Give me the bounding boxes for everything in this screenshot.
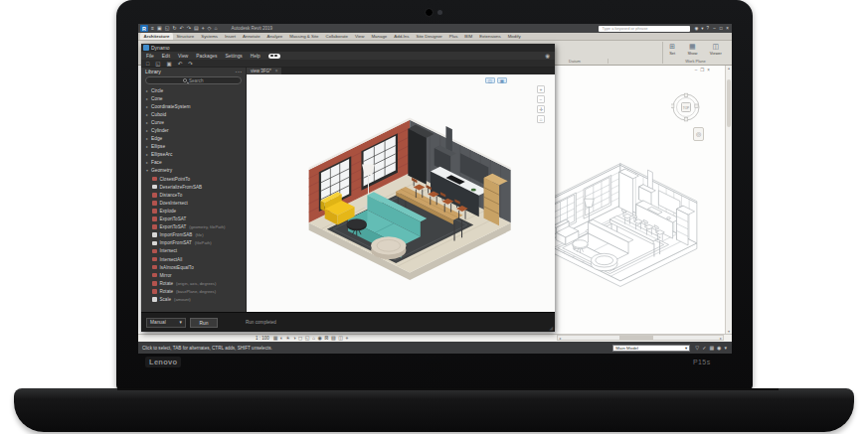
- close-button[interactable]: ×: [726, 26, 729, 31]
- tab-architecture[interactable]: Architecture: [140, 33, 173, 40]
- design-option-dropdown[interactable]: Main Model▾: [612, 345, 690, 352]
- tab-close-icon[interactable]: ×: [275, 69, 278, 73]
- work-plane-show-button[interactable]: ▦Show: [687, 43, 697, 56]
- view-control-icon-5[interactable]: ◱: [305, 335, 310, 342]
- redo-icon[interactable]: ↷: [187, 25, 191, 32]
- tab-systems[interactable]: Systems: [198, 33, 222, 40]
- open-icon[interactable]: ◱: [155, 61, 160, 67]
- status-icon-1[interactable]: ✓: [702, 345, 706, 351]
- view-control-icon-6[interactable]: ⌂: [312, 335, 315, 342]
- library-member-exporttosat[interactable]: ExportToSAT: [141, 216, 246, 223]
- undo-icon[interactable]: ↶: [180, 25, 184, 32]
- library-member-exporttosat[interactable]: ExportToSAT(geometry, filePath): [141, 223, 246, 231]
- tab-plus[interactable]: Plus: [445, 33, 461, 40]
- menu-edit[interactable]: Edit: [162, 54, 170, 59]
- sync-icon[interactable]: ↻: [172, 25, 176, 32]
- work-plane-viewer-button[interactable]: ◫Viewer: [710, 43, 722, 56]
- library-category-cone[interactable]: ▸Cone: [141, 94, 246, 102]
- tab-add-ins[interactable]: Add-Ins: [391, 33, 413, 40]
- redo-icon[interactable]: ↷: [188, 61, 193, 67]
- drawing-horizontal-scrollbar[interactable]: ◂▸: [557, 335, 724, 341]
- library-member-explode[interactable]: Explode: [141, 207, 246, 215]
- menu-file[interactable]: File: [146, 54, 154, 59]
- revit-logo[interactable]: R: [140, 25, 148, 32]
- view-control-icon-8[interactable]: ⊠: [324, 335, 328, 342]
- zoom-out-icon[interactable]: −: [537, 95, 545, 103]
- library-member-doesintersect[interactable]: DoesIntersect: [141, 199, 246, 207]
- tab-view[interactable]: View: [352, 33, 368, 40]
- undo-icon[interactable]: ↶: [178, 61, 183, 67]
- library-member-closestpointto[interactable]: ClosestPointTo: [141, 175, 246, 183]
- preview-toggle-icon-0[interactable]: ◫: [485, 77, 495, 83]
- library-member-rotate[interactable]: Rotate(basePlane, degrees): [141, 287, 246, 295]
- view-control-icon-2[interactable]: ☀: [286, 335, 290, 342]
- 3d-view-icon[interactable]: ⌂: [214, 25, 217, 32]
- titlebar-icon-2[interactable]: ?: [707, 26, 710, 31]
- library-member-scale[interactable]: Scale(amount): [141, 295, 246, 303]
- preview-toggle-icon-1[interactable]: ▦: [497, 77, 507, 83]
- print-icon[interactable]: ▤: [194, 25, 199, 32]
- drawing-vertical-scrollbar[interactable]: ▴ ▾: [725, 66, 732, 334]
- status-icon-3[interactable]: ◉: [717, 345, 721, 351]
- view-window-control-0[interactable]: –: [695, 68, 698, 72]
- menu-help[interactable]: Help: [251, 54, 260, 59]
- run-mode-dropdown[interactable]: Manual▾: [146, 318, 186, 328]
- view-control-icon-10[interactable]: ◫: [338, 335, 343, 342]
- view-control-icon-11[interactable]: ⌖: [346, 335, 349, 342]
- help-search-input[interactable]: Type a keyword or phrase: [599, 26, 690, 32]
- view-control-icon-0[interactable]: ▦: [273, 335, 278, 342]
- tab-insert[interactable]: Insert: [222, 33, 240, 40]
- dynamo-titlebar[interactable]: Dynamo: [141, 44, 555, 52]
- library-category-ellipse[interactable]: ▸Ellipse: [141, 143, 246, 151]
- library-member-distanceto[interactable]: DistanceTo: [141, 191, 246, 199]
- tab-modify[interactable]: Modify: [504, 33, 524, 40]
- library-member-importfromsab[interactable]: ImportFromSAB(file): [141, 231, 246, 239]
- view-window-control-2[interactable]: ×: [707, 68, 710, 72]
- tab-collaborate[interactable]: Collaborate: [322, 33, 351, 40]
- library-category-face[interactable]: ▸Face: [141, 159, 246, 167]
- menu-packages[interactable]: Packages: [196, 54, 217, 59]
- view-control-icon-9[interactable]: ▧: [331, 335, 336, 342]
- navigation-bar-icon[interactable]: ◎: [693, 127, 704, 141]
- library-member-intersectall[interactable]: IntersectAll: [141, 255, 246, 263]
- zoom-fit-icon[interactable]: ⌂: [537, 115, 545, 123]
- library-member-importfromsat[interactable]: ImportFromSAT(filePath): [141, 239, 246, 247]
- tab-annotate[interactable]: Annotate: [240, 33, 264, 40]
- workspace-tab[interactable]: view 3FG* ×: [247, 68, 281, 74]
- view-scale[interactable]: 1 : 100: [256, 336, 269, 341]
- new-icon[interactable]: □: [146, 61, 149, 67]
- dynamo-canvas[interactable]: view 3FG* × ◫▦ +−✛⌂: [247, 68, 555, 312]
- tab-bim[interactable]: BIM: [461, 33, 476, 40]
- app-menu-icon[interactable]: ≡: [151, 25, 154, 32]
- titlebar-icon-1[interactable]: ▾: [701, 26, 703, 31]
- tag-icon[interactable]: ◇: [208, 25, 212, 32]
- zoom-in-icon[interactable]: +: [537, 85, 545, 93]
- menu-settings[interactable]: Settings: [225, 54, 242, 59]
- tab-structure[interactable]: Structure: [173, 33, 198, 40]
- library-category-cylinder[interactable]: ▸Cylinder: [141, 126, 246, 134]
- save-icon[interactable]: ▣: [157, 25, 162, 32]
- tab-massing-site[interactable]: Massing & Site: [286, 33, 322, 40]
- library-category-geometry[interactable]: ▾Geometry: [141, 167, 246, 175]
- status-icon-4[interactable]: ▾: [724, 345, 727, 351]
- minimize-button[interactable]: –: [713, 26, 716, 31]
- run-button[interactable]: Run: [190, 318, 218, 328]
- tab-site-designer[interactable]: Site Designer: [413, 33, 445, 40]
- resize-grip[interactable]: ◢: [549, 325, 553, 331]
- pan-icon[interactable]: ✛: [537, 105, 545, 113]
- view-control-icon-4[interactable]: ◻: [298, 335, 302, 342]
- library-member-deserializefromsab[interactable]: DeserializeFromSAB: [141, 183, 246, 191]
- maximize-button[interactable]: □: [720, 26, 723, 31]
- library-options-icon[interactable]: •••: [236, 70, 246, 74]
- export-image-icon[interactable]: ◉: [545, 53, 550, 59]
- library-search-input[interactable]: Search: [145, 76, 242, 84]
- open-icon[interactable]: ◱: [165, 25, 170, 32]
- tab-analyze[interactable]: Analyze: [263, 33, 286, 40]
- library-member-mirror[interactable]: Mirror: [141, 271, 246, 279]
- library-category-circle[interactable]: ▸Circle: [141, 86, 246, 94]
- save-icon[interactable]: ▣: [167, 61, 172, 67]
- view-compass[interactable]: TOP: [671, 92, 701, 122]
- menu-view[interactable]: View: [178, 54, 188, 59]
- library-category-coordinatesystem[interactable]: ▸CoordinateSystem: [141, 102, 246, 110]
- tab-extensions[interactable]: Extensions: [476, 33, 504, 40]
